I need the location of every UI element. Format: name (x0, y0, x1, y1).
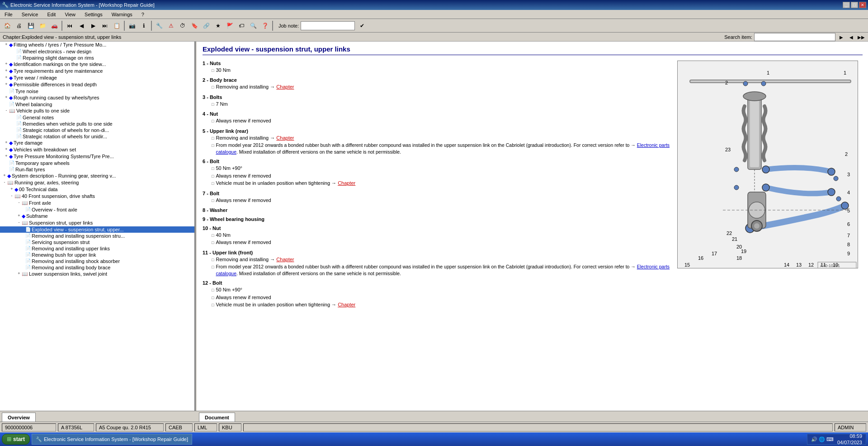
tree-item-tyre-damage[interactable]: + ◆ Tyre damage (0, 140, 194, 146)
tree-item-system-desc[interactable]: + ◆ System description - Running gear, s… (0, 173, 194, 179)
tree-item-identification[interactable]: + ◆ Identification markings on the tyre … (0, 61, 194, 68)
tb-camera[interactable]: 📷 (127, 20, 137, 31)
menu-service[interactable]: Service (19, 11, 41, 18)
expand-icon[interactable]: - (4, 108, 9, 113)
expand-icon[interactable]: + (9, 187, 14, 191)
menu-warnings[interactable]: Warnings (109, 11, 135, 18)
tab-overview[interactable]: Overview (2, 413, 36, 422)
tree-item-renewing-bush[interactable]: 📄 Renewing bush for upper link (0, 252, 194, 258)
tb-prev[interactable]: ◀ (76, 20, 87, 31)
tb-link[interactable]: 🔗 (201, 20, 212, 31)
tree-item-front-axle-folder[interactable]: - 📖 Front axle (0, 200, 194, 207)
tree-item-strategic-non-di[interactable]: 📄 Strategic rotation of wheels for non-d… (0, 127, 194, 133)
tb-prev-prev[interactable]: ⏮ (64, 20, 75, 31)
taskbar-app-btn[interactable]: 🔧 Electronic Service Information System … (32, 434, 192, 445)
search-prev-btn[interactable]: ◀ (847, 33, 855, 41)
tree-item-permissible[interactable]: + ◆ Permissible differences in tread dep… (0, 81, 194, 88)
menu-settings[interactable]: Settings (82, 11, 105, 18)
tree-item-tyre-req[interactable]: + ◆ Tyre requirements and tyre maintenan… (0, 68, 194, 75)
tree-item-tyre-noise[interactable]: 📄 Tyre noise (0, 88, 194, 94)
tb-next[interactable]: ▶ (88, 20, 99, 31)
expand-icon[interactable]: + (16, 213, 22, 218)
tree-item-exploded-view[interactable]: 📄 Exploded view - suspension strut, uppe… (0, 226, 194, 233)
tb-history[interactable]: 📋 (111, 20, 122, 31)
tb-clock[interactable]: ⏱ (177, 20, 188, 31)
expand-icon[interactable]: + (4, 147, 9, 151)
tree-item-tyre-wear[interactable]: + ◆ Tyre wear / mileage (0, 75, 194, 81)
tb-home[interactable]: 🏠 (2, 20, 13, 31)
menu-view[interactable]: View (62, 11, 78, 18)
job-note-input[interactable] (301, 21, 355, 30)
tree-item-wheel-balancing[interactable]: 📄 Wheel balancing (0, 101, 194, 108)
expand-icon[interactable]: + (4, 42, 9, 47)
tree-item-running-gear[interactable]: - 📖 Running gear, axles, steering (0, 179, 194, 186)
tree-item-removing-shock[interactable]: 📄 Removing and installing shock absorber (0, 258, 194, 264)
tb-search[interactable]: 🔍 (248, 20, 259, 31)
close-button[interactable]: ✕ (859, 2, 866, 8)
tree-item-fitting-wheels[interactable]: + ◆ Fitting wheels / tyres / Tyre Pressu… (0, 42, 194, 48)
menu-edit[interactable]: Edit (44, 11, 58, 18)
tb-flag[interactable]: 🚩 (224, 20, 235, 31)
expand-icon[interactable]: + (2, 173, 7, 178)
expand-icon[interactable]: + (4, 68, 9, 73)
tb-wrench[interactable]: 🔧 (154, 20, 165, 31)
epc-link[interactable]: Electronic parts catalogue (216, 264, 670, 276)
tb-bookmark[interactable]: 🔖 (189, 20, 200, 31)
expand-icon[interactable]: + (4, 140, 9, 145)
chapter-link[interactable]: Chapter (276, 84, 294, 89)
search-go-btn[interactable]: ▶ (837, 33, 845, 41)
tree-item-removing-body-brace[interactable]: 📄 Removing and installing body brace (0, 264, 194, 271)
chapter-link[interactable]: Chapter (338, 180, 355, 186)
expand-icon[interactable]: + (4, 95, 9, 99)
tb-car[interactable]: 🚗 (49, 20, 60, 31)
tb-next-next[interactable]: ⏭ (99, 20, 110, 31)
tree-item-remedies[interactable]: 📄 Remedies when vehicle pulls to one sid… (0, 121, 194, 127)
expand-icon[interactable]: - (16, 200, 22, 205)
minimize-button[interactable]: _ (843, 2, 850, 8)
tree-item-wheel-electronics[interactable]: 📄 Wheel electronics - new design (0, 48, 194, 55)
tb-save[interactable]: 💾 (25, 20, 36, 31)
chapter-link[interactable]: Chapter (276, 135, 294, 141)
tb-folder[interactable]: 📁 (37, 20, 48, 31)
tree-item-strategic-unidir[interactable]: 📄 Strategic rotation of wheels for unidi… (0, 133, 194, 140)
tree-item-breakdown-set[interactable]: + ◆ Vehicles with breakdown set (0, 146, 194, 153)
tree-item-tpms[interactable]: + ◆ Tyre Pressure Monitoring Systems/Tyr… (0, 153, 194, 160)
tree-item-front-susp[interactable]: - 📖 40 Front suspension, drive shafts (0, 193, 194, 200)
expand-icon[interactable]: - (9, 193, 14, 198)
expand-icon[interactable]: - (16, 220, 22, 225)
tree-item-susp-strut-folder[interactable]: - 📖 Suspension strut, upper links (0, 220, 194, 226)
tb-jobnote-ok[interactable]: ✔ (357, 20, 368, 31)
tree-item-overview-front[interactable]: 📄 Overview - front axle (0, 207, 194, 213)
chapter-link[interactable]: Chapter (276, 257, 294, 262)
tb-print[interactable]: 🖨 (14, 20, 24, 31)
tree-item-servicing-strut[interactable]: 📄 Servicing suspension strut (0, 239, 194, 245)
search-input[interactable] (754, 33, 835, 41)
tree-item-general-notes[interactable]: 📄 General notes (0, 114, 194, 121)
tree-item-run-flat[interactable]: 📄 Run-flat tyres (0, 166, 194, 173)
chapter-link[interactable]: Chapter (338, 302, 355, 307)
expand-icon[interactable]: + (4, 154, 9, 158)
tree-item-lower-susp[interactable]: + 📖 Lower suspension links, swivel joint (0, 271, 194, 277)
tb-star[interactable]: ★ (212, 20, 223, 31)
tree-item-removing-upper-links[interactable]: 📄 Removing and installing upper links (0, 245, 194, 252)
start-button[interactable]: ⊞ start (2, 434, 30, 445)
menu-help[interactable]: ? (139, 11, 147, 18)
tb-question[interactable]: ❓ (259, 20, 270, 31)
expand-icon[interactable]: + (16, 271, 22, 276)
search-next-btn[interactable]: ▶▶ (857, 33, 865, 41)
maximize-button[interactable]: □ (851, 2, 858, 8)
tree-item-removing-installing-strut[interactable]: 📄 Removing and installing suspension str… (0, 233, 194, 239)
tab-document[interactable]: Document (199, 413, 235, 422)
tree-item-subframe[interactable]: + ◆ Subframe (0, 213, 194, 220)
tb-info[interactable]: ℹ (138, 20, 149, 31)
expand-icon[interactable]: + (4, 82, 9, 86)
tree-item-temporary-spare[interactable]: 📄 Temporary spare wheels (0, 160, 194, 166)
tree-item-rough-running[interactable]: + ◆ Rough running caused by wheels/tyres (0, 94, 194, 101)
expand-icon[interactable]: + (4, 75, 9, 80)
tb-tag[interactable]: 🏷 (236, 20, 247, 31)
tree-item-tech-data[interactable]: + ◆ 00 Technical data (0, 186, 194, 193)
epc-link[interactable]: Electronic parts catalogue (216, 142, 670, 155)
tree-item-vehicle-pulls[interactable]: - 📖 Vehicle pulls to one side (0, 108, 194, 114)
menu-file[interactable]: File (2, 11, 15, 18)
tb-warning[interactable]: ⚠ (165, 20, 176, 31)
